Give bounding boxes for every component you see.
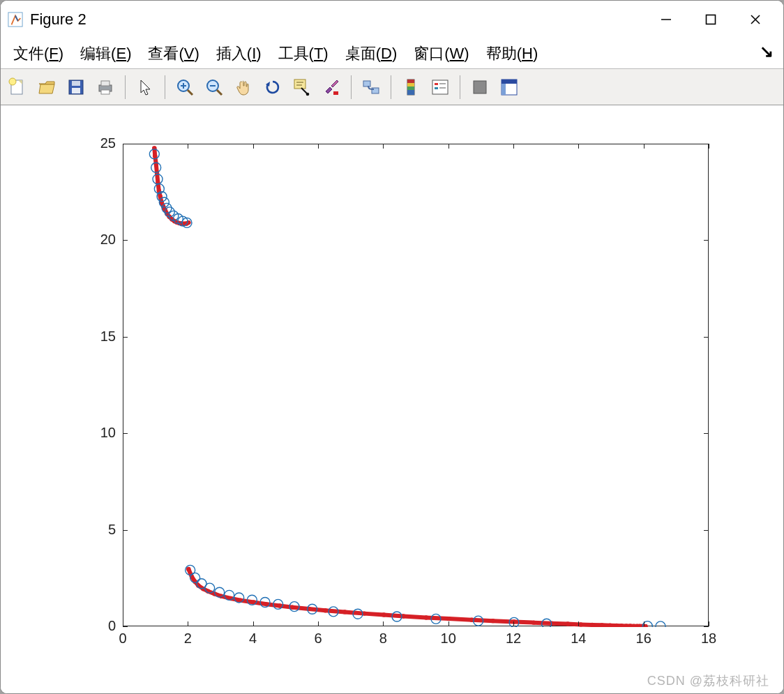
plot-area[interactable] [123, 144, 709, 627]
red-dot [566, 621, 570, 626]
x-tick-mark-top [188, 144, 188, 149]
x-tick-mark-top [709, 144, 709, 149]
y-tick-mark-right [704, 337, 709, 338]
menu-file[interactable]: 文件(F) [5, 40, 72, 67]
x-tick-mark [188, 621, 188, 626]
y-tick-label: 20 [81, 232, 116, 248]
brush-button[interactable] [319, 75, 344, 100]
data-cursor-button[interactable] [289, 75, 315, 100]
y-tick-mark [123, 626, 128, 627]
open-button[interactable] [34, 75, 59, 100]
x-tick-mark-top [644, 144, 644, 149]
x-tick-mark-top [448, 144, 449, 149]
x-tick-mark-top [513, 144, 514, 149]
red-dot [424, 615, 428, 619]
x-tick-mark [448, 621, 449, 626]
x-tick-label: 10 [435, 631, 462, 647]
save-button[interactable] [63, 75, 89, 100]
red-dot [446, 617, 451, 621]
svg-rect-43 [502, 84, 506, 95]
red-dot [382, 612, 386, 617]
red-dot [153, 161, 158, 165]
figure-canvas: 0510152025 024681012141618 CSDN @荔枝科研社 [1, 105, 783, 693]
x-tick-mark [513, 621, 514, 626]
pointer-button[interactable] [133, 75, 158, 100]
x-tick-mark-top [318, 144, 319, 149]
svg-line-15 [188, 90, 193, 95]
svg-rect-22 [294, 80, 306, 89]
colorbar-button[interactable] [398, 75, 423, 100]
svg-point-7 [9, 78, 16, 85]
legend-button[interactable] [428, 75, 453, 100]
red-dot [590, 623, 594, 627]
y-tick-label: 25 [81, 135, 116, 151]
y-tick-mark [123, 433, 128, 434]
svg-rect-12 [101, 81, 110, 86]
x-tick-label: 12 [499, 631, 527, 647]
svg-rect-13 [101, 90, 110, 94]
red-dot [512, 619, 516, 624]
menu-window[interactable]: 窗口(W) [405, 40, 477, 67]
menu-tools[interactable]: 工具(T) [270, 40, 337, 67]
x-tick-mark [318, 621, 319, 626]
svg-rect-31 [407, 80, 414, 83]
y-tick-mark-right [704, 626, 709, 627]
svg-rect-28 [363, 81, 370, 86]
figure-window: Figure 2 文件(F) 编辑(E) 查看(V) 插入(I) 工具(T) 桌… [0, 0, 784, 694]
zoom-in-button[interactable] [172, 75, 197, 100]
y-tick-mark-right [704, 144, 709, 144]
hide-plot-tools-button[interactable] [467, 75, 492, 100]
maximize-button[interactable] [688, 5, 733, 34]
red-dot [186, 567, 190, 571]
svg-rect-36 [435, 83, 438, 85]
toolbar-separator [125, 75, 126, 99]
toolbar-separator [165, 75, 165, 99]
svg-rect-2 [707, 15, 716, 24]
titlebar: Figure 2 [1, 1, 783, 38]
menu-edit[interactable]: 编辑(E) [72, 40, 140, 67]
svg-rect-34 [407, 90, 414, 95]
x-tick-mark [253, 621, 254, 626]
x-tick-mark [383, 621, 384, 626]
menu-help[interactable]: 帮助(H) [478, 40, 547, 67]
x-tick-mark [123, 621, 123, 626]
x-tick-mark [644, 621, 644, 626]
window-title: Figure 2 [30, 10, 86, 29]
link-button[interactable] [359, 75, 384, 100]
show-plot-tools-button[interactable] [497, 75, 522, 100]
rotate-button[interactable] [260, 75, 285, 100]
zoom-out-button[interactable] [202, 75, 227, 100]
pan-button[interactable] [231, 75, 256, 100]
red-dot [578, 622, 582, 626]
x-tick-mark-top [578, 144, 579, 149]
x-tick-label: 2 [174, 631, 202, 647]
matlab-icon [8, 12, 23, 27]
dock-arrow-icon[interactable]: ↘ [760, 42, 774, 61]
close-button[interactable] [733, 5, 778, 34]
svg-rect-40 [474, 81, 486, 93]
x-tick-mark [709, 621, 709, 626]
svg-rect-10 [72, 88, 80, 93]
red-curve [154, 149, 188, 224]
y-tick-label: 5 [81, 522, 116, 538]
toolbar-separator [391, 75, 391, 99]
minimize-button[interactable] [644, 5, 688, 34]
x-tick-label: 0 [109, 631, 137, 647]
menu-insert[interactable]: 插入(I) [208, 40, 270, 67]
red-dot [532, 620, 536, 624]
red-dot [323, 608, 327, 612]
x-tick-mark-top [253, 144, 254, 149]
x-tick-mark-top [123, 144, 123, 149]
x-tick-label: 8 [369, 631, 397, 647]
menu-view[interactable]: 查看(V) [140, 40, 207, 67]
menu-desktop[interactable]: 桌面(D) [337, 40, 406, 67]
axes[interactable] [123, 144, 709, 626]
svg-rect-32 [407, 83, 414, 86]
y-tick-mark [123, 337, 128, 338]
red-dot [290, 605, 294, 610]
blue-circle [656, 621, 665, 627]
y-tick-mark-right [704, 240, 709, 241]
x-tick-label: 4 [239, 631, 267, 647]
print-button[interactable] [93, 75, 118, 100]
new-figure-button[interactable] [5, 75, 30, 100]
